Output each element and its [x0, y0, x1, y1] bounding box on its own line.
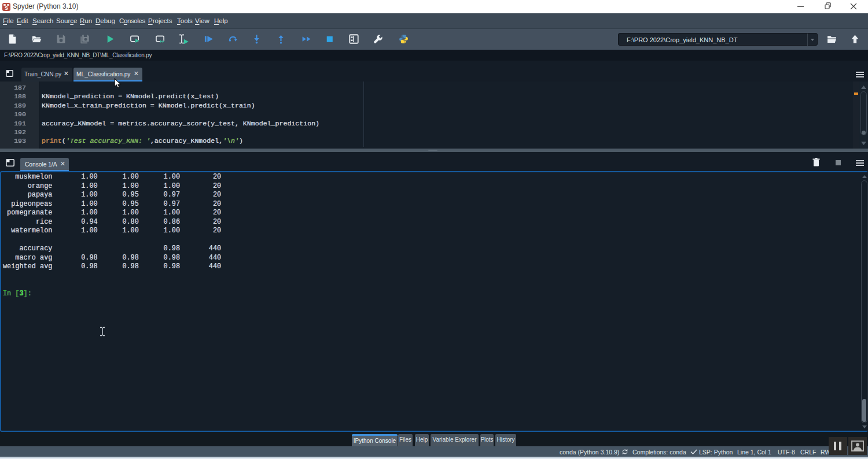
svg-text:S: S [5, 5, 8, 11]
